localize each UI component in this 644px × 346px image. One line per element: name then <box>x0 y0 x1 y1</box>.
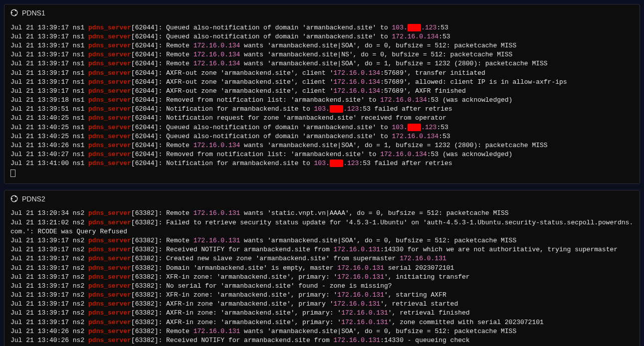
log-line: Jul 21 13:39:17 ns1 pdns_server[62044]: … <box>10 69 634 78</box>
log-line: Jul 21 13:39:17 ns1 pdns_server[62044]: … <box>10 32 634 41</box>
log-line: Jul 21 13:40:26 ns2 pdns_server[63382]: … <box>10 336 634 345</box>
log-line: Jul 21 13:39:17 ns2 pdns_server[63382]: … <box>10 291 634 300</box>
log-line: Jul 21 13:41:00 ns1 pdns_server[62044]: … <box>10 159 634 168</box>
log-line: Jul 21 13:39:17 ns2 pdns_server[63382]: … <box>10 273 634 282</box>
log-line: Jul 21 13:39:17 ns2 pdns_server[63382]: … <box>10 282 634 291</box>
log-line: Jul 21 13:39:18 ns1 pdns_server[62044]: … <box>10 96 634 105</box>
log-line: Jul 21 13:39:17 ns2 pdns_server[63382]: … <box>10 254 634 263</box>
log-line: Jul 21 13:20:34 ns2 pdns_server[63382]: … <box>10 209 634 218</box>
log-line: Jul 21 13:40:25 ns1 pdns_server[62044]: … <box>10 132 634 141</box>
log-panel-pdns2: PDNS2 Jul 21 13:20:34 ns2 pdns_server[63… <box>4 190 640 346</box>
svg-point-5 <box>11 198 12 199</box>
log-line: Jul 21 13:39:17 ns1 pdns_server[62044]: … <box>10 50 634 59</box>
log-line: Jul 21 13:39:17 ns1 pdns_server[62044]: … <box>10 87 634 96</box>
log-line: Jul 21 13:39:17 ns1 pdns_server[62044]: … <box>10 78 634 87</box>
log-line: Jul 21 13:40:26 ns2 pdns_server[63382]: … <box>10 327 634 336</box>
svg-point-2 <box>15 9 16 11</box>
log-body-pdns1[interactable]: Jul 21 13:39:17 ns1 pdns_server[62044]: … <box>10 23 634 169</box>
log-line: Jul 21 13:39:17 ns1 pdns_server[62044]: … <box>10 23 634 32</box>
log-line: Jul 21 13:39:17 ns2 pdns_server[63382]: … <box>10 318 634 327</box>
log-line: Jul 21 13:39:17 ns1 pdns_server[62044]: … <box>10 41 634 50</box>
ubuntu-icon <box>10 195 18 204</box>
log-line: Jul 21 13:39:51 ns1 pdns_server[62044]: … <box>10 105 634 114</box>
log-line: Jul 21 13:39:17 ns2 pdns_server[63382]: … <box>10 264 634 273</box>
log-line: Jul 21 13:21:02 ns2 pdns_server[63382]: … <box>10 218 634 236</box>
log-line: Jul 21 13:40:27 ns1 pdns_server[62044]: … <box>10 150 634 159</box>
log-line: Jul 21 13:39:17 ns1 pdns_server[62044]: … <box>10 59 634 68</box>
log-panel-pdns1: PDNS1 Jul 21 13:39:17 ns1 pdns_server[62… <box>4 4 640 184</box>
log-line: Jul 21 13:40:26 ns1 pdns_server[62044]: … <box>10 141 634 150</box>
log-body-pdns2[interactable]: Jul 21 13:20:34 ns2 pdns_server[63382]: … <box>10 209 634 345</box>
log-line: Jul 21 13:39:17 ns2 pdns_server[63382]: … <box>10 300 634 309</box>
svg-point-7 <box>15 200 16 201</box>
ubuntu-icon <box>10 9 18 18</box>
log-line: Jul 21 13:40:25 ns1 pdns_server[62044]: … <box>10 123 634 132</box>
panel-title: PDNS2 <box>22 194 45 204</box>
terminal-cursor-icon <box>10 170 15 177</box>
panel-header[interactable]: PDNS1 <box>10 8 634 19</box>
log-line: Jul 21 13:39:17 ns2 pdns_server[63382]: … <box>10 309 634 318</box>
log-line: Jul 21 13:40:25 ns1 pdns_server[62044]: … <box>10 114 634 123</box>
log-line: Jul 21 13:39:17 ns2 pdns_server[63382]: … <box>10 245 634 254</box>
log-line: Jul 21 13:39:17 ns2 pdns_server[63382]: … <box>10 236 634 245</box>
svg-point-3 <box>15 14 16 15</box>
svg-point-6 <box>15 195 16 197</box>
svg-point-1 <box>11 12 12 13</box>
panel-header[interactable]: PDNS2 <box>10 194 634 205</box>
panel-title: PDNS1 <box>22 8 45 18</box>
